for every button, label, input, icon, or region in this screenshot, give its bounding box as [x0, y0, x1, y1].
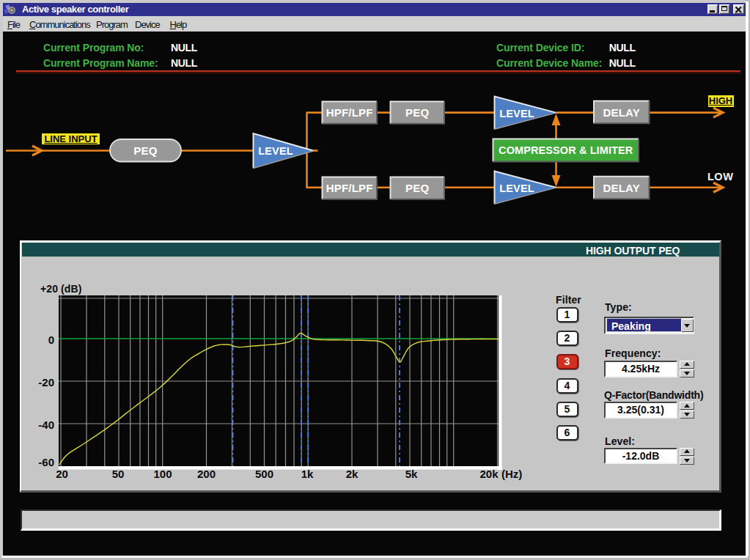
svg-text:LEVEL: LEVEL	[499, 108, 534, 119]
svg-text:LEVEL: LEVEL	[499, 183, 534, 194]
svg-text:PEQ: PEQ	[133, 144, 157, 157]
svg-text:PEQ: PEQ	[405, 182, 429, 194]
svg-text:HPF/LPF: HPF/LPF	[326, 106, 373, 119]
svg-text:DELAY: DELAY	[603, 182, 639, 194]
svg-text:COMPRESSOR & LIMITER: COMPRESSOR & LIMITER	[499, 144, 633, 156]
svg-text:LEVEL: LEVEL	[258, 145, 293, 157]
svg-text:DELAY: DELAY	[603, 106, 639, 119]
svg-text:HPF/LPF: HPF/LPF	[326, 182, 373, 194]
svg-text:PEQ: PEQ	[405, 106, 429, 119]
